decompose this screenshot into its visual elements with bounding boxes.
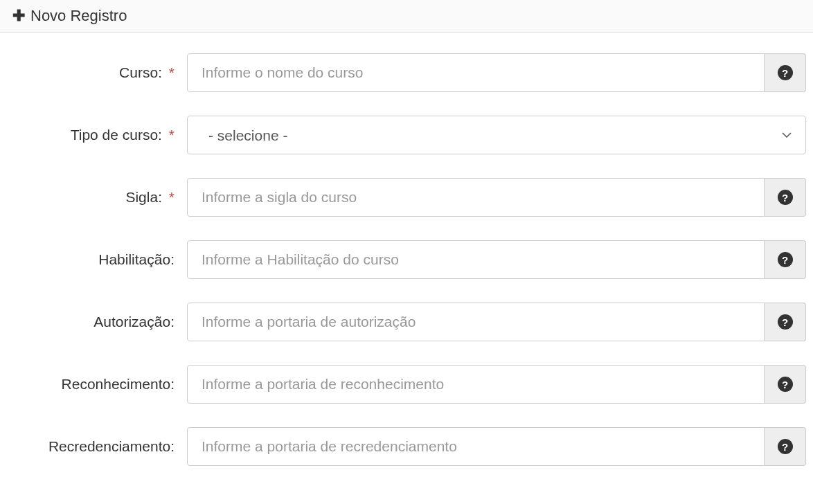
required-mark: * [169, 127, 175, 143]
form-body: Curso: * ? Tipo de curso: * - selecione … [0, 33, 813, 496]
label-sigla-text: Sigla: [125, 189, 162, 205]
required-mark: * [169, 189, 175, 205]
help-icon: ? [778, 377, 793, 392]
panel-header: ✚ Novo Registro [0, 0, 813, 33]
recredenciamento-input[interactable] [187, 427, 765, 466]
input-wrap-autorizacao: ? [187, 303, 806, 341]
label-habilitacao: Habilitação: [7, 251, 187, 268]
help-button-habilitacao[interactable]: ? [765, 240, 806, 279]
input-wrap-recredenciamento: ? [187, 427, 806, 466]
help-button-recredenciamento[interactable]: ? [765, 427, 806, 466]
label-recredenciamento: Recredenciamento: [7, 438, 187, 455]
help-icon: ? [778, 65, 793, 80]
field-row-sigla: Sigla: * ? [7, 178, 806, 217]
field-row-reconhecimento: Reconhecimento: ? [7, 365, 806, 404]
required-mark: * [169, 64, 175, 80]
plus-icon: ✚ [12, 7, 25, 25]
input-wrap-habilitacao: ? [187, 240, 806, 279]
field-row-curso: Curso: * ? [7, 53, 806, 92]
label-tipo-curso: Tipo de curso: * [7, 127, 187, 143]
field-row-habilitacao: Habilitação: ? [7, 240, 806, 279]
label-reconhecimento-text: Reconhecimento: [62, 376, 175, 392]
field-row-tipo-curso: Tipo de curso: * - selecione - [7, 116, 806, 154]
label-habilitacao-text: Habilitação: [98, 251, 175, 267]
help-icon: ? [778, 252, 793, 267]
label-curso-text: Curso: [119, 64, 162, 80]
label-autorizacao: Autorização: [7, 314, 187, 330]
autorizacao-input[interactable] [187, 303, 765, 341]
help-button-curso[interactable]: ? [765, 53, 806, 92]
sigla-input[interactable] [187, 178, 765, 217]
label-curso: Curso: * [7, 64, 187, 81]
input-wrap-sigla: ? [187, 178, 806, 217]
tipo-curso-select[interactable]: - selecione - [187, 116, 806, 154]
curso-input[interactable] [187, 53, 765, 92]
field-row-autorizacao: Autorização: ? [7, 303, 806, 341]
label-autorizacao-text: Autorização: [93, 314, 175, 330]
input-wrap-reconhecimento: ? [187, 365, 806, 404]
help-icon: ? [778, 314, 793, 330]
help-button-reconhecimento[interactable]: ? [765, 365, 806, 404]
label-tipo-curso-text: Tipo de curso: [71, 127, 162, 143]
help-icon: ? [778, 190, 793, 205]
label-sigla: Sigla: * [7, 189, 187, 206]
panel-title: Novo Registro [30, 7, 127, 25]
input-wrap-curso: ? [187, 53, 806, 92]
help-button-autorizacao[interactable]: ? [765, 303, 806, 341]
help-icon: ? [778, 439, 793, 454]
input-wrap-tipo-curso: - selecione - [187, 116, 806, 154]
habilitacao-input[interactable] [187, 240, 765, 279]
reconhecimento-input[interactable] [187, 365, 765, 404]
label-reconhecimento: Reconhecimento: [7, 376, 187, 393]
label-recredenciamento-text: Recredenciamento: [48, 438, 175, 454]
field-row-recredenciamento: Recredenciamento: ? [7, 427, 806, 466]
help-button-sigla[interactable]: ? [765, 178, 806, 217]
